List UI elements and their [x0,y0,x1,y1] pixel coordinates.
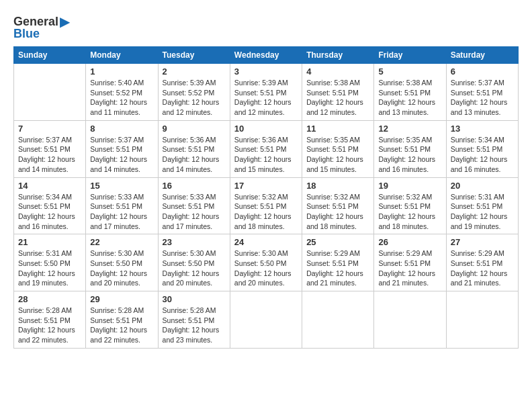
calendar-cell: 25Sunrise: 5:29 AM Sunset: 5:51 PM Dayli… [302,234,374,291]
calendar-cell: 10Sunrise: 5:36 AM Sunset: 5:51 PM Dayli… [230,120,302,177]
day-info: Sunrise: 5:36 AM Sunset: 5:51 PM Dayligh… [163,135,226,175]
calendar-week-row: 14Sunrise: 5:34 AM Sunset: 5:51 PM Dayli… [14,177,519,234]
day-info: Sunrise: 5:30 AM Sunset: 5:50 PM Dayligh… [163,248,226,288]
day-info: Sunrise: 5:34 AM Sunset: 5:51 PM Dayligh… [451,135,514,175]
calendar-week-row: 21Sunrise: 5:31 AM Sunset: 5:50 PM Dayli… [14,234,519,291]
calendar-cell [374,291,446,349]
weekday-header: Monday [86,47,158,64]
calendar-cell: 24Sunrise: 5:30 AM Sunset: 5:50 PM Dayli… [230,234,302,291]
day-info: Sunrise: 5:36 AM Sunset: 5:51 PM Dayligh… [234,135,298,175]
day-info: Sunrise: 5:31 AM Sunset: 5:50 PM Dayligh… [18,248,81,288]
calendar-week-row: 7Sunrise: 5:37 AM Sunset: 5:51 PM Daylig… [14,120,519,177]
day-number: 30 [163,294,226,304]
day-number: 2 [163,66,226,77]
calendar-cell: 16Sunrise: 5:33 AM Sunset: 5:51 PM Dayli… [158,177,230,234]
day-number: 17 [234,181,298,191]
calendar-cell: 17Sunrise: 5:32 AM Sunset: 5:51 PM Dayli… [230,177,302,234]
day-number: 23 [163,237,226,247]
weekday-header: Tuesday [158,47,230,64]
calendar-cell: 21Sunrise: 5:31 AM Sunset: 5:50 PM Dayli… [14,234,86,291]
logo: General ▶ Blue [13,13,70,41]
calendar-header-row: SundayMondayTuesdayWednesdayThursdayFrid… [14,47,519,64]
day-number: 21 [18,237,81,247]
day-number: 1 [90,66,153,77]
day-info: Sunrise: 5:32 AM Sunset: 5:51 PM Dayligh… [306,192,369,232]
day-number: 3 [234,66,298,77]
calendar-cell: 5Sunrise: 5:38 AM Sunset: 5:51 PM Daylig… [374,64,446,121]
day-number: 24 [234,237,298,247]
day-number: 5 [378,66,441,77]
day-info: Sunrise: 5:30 AM Sunset: 5:50 PM Dayligh… [234,248,298,288]
day-number: 27 [451,237,514,247]
logo-blue: Blue [13,27,40,41]
calendar-week-row: 1Sunrise: 5:40 AM Sunset: 5:52 PM Daylig… [14,64,519,121]
logo-bird-icon: ▶ [60,13,70,30]
day-info: Sunrise: 5:37 AM Sunset: 5:51 PM Dayligh… [18,135,81,175]
day-info: Sunrise: 5:39 AM Sunset: 5:51 PM Dayligh… [234,78,298,118]
calendar-cell: 18Sunrise: 5:32 AM Sunset: 5:51 PM Dayli… [302,177,374,234]
day-info: Sunrise: 5:29 AM Sunset: 5:51 PM Dayligh… [306,248,369,288]
day-number: 10 [234,124,298,134]
day-info: Sunrise: 5:34 AM Sunset: 5:51 PM Dayligh… [18,192,81,232]
calendar-cell: 11Sunrise: 5:35 AM Sunset: 5:51 PM Dayli… [302,120,374,177]
calendar-cell: 20Sunrise: 5:31 AM Sunset: 5:51 PM Dayli… [446,177,518,234]
day-info: Sunrise: 5:31 AM Sunset: 5:51 PM Dayligh… [451,192,514,232]
day-number: 29 [90,294,153,304]
calendar-cell: 30Sunrise: 5:28 AM Sunset: 5:51 PM Dayli… [158,291,230,349]
calendar-cell [14,64,86,121]
day-info: Sunrise: 5:35 AM Sunset: 5:51 PM Dayligh… [306,135,369,175]
day-info: Sunrise: 5:28 AM Sunset: 5:51 PM Dayligh… [163,306,226,345]
day-info: Sunrise: 5:37 AM Sunset: 5:51 PM Dayligh… [90,135,153,175]
calendar-cell: 4Sunrise: 5:38 AM Sunset: 5:51 PM Daylig… [302,64,374,121]
day-number: 8 [90,124,153,134]
calendar-cell: 3Sunrise: 5:39 AM Sunset: 5:51 PM Daylig… [230,64,302,121]
day-info: Sunrise: 5:28 AM Sunset: 5:51 PM Dayligh… [18,306,81,345]
day-number: 26 [378,237,441,247]
calendar-week-row: 28Sunrise: 5:28 AM Sunset: 5:51 PM Dayli… [14,291,519,349]
calendar-cell: 26Sunrise: 5:29 AM Sunset: 5:51 PM Dayli… [374,234,446,291]
calendar: SundayMondayTuesdayWednesdayThursdayFrid… [13,46,519,349]
weekday-header: Sunday [14,47,86,64]
day-info: Sunrise: 5:32 AM Sunset: 5:51 PM Dayligh… [234,192,298,232]
day-number: 15 [90,181,153,191]
day-info: Sunrise: 5:32 AM Sunset: 5:51 PM Dayligh… [378,192,441,232]
calendar-cell: 1Sunrise: 5:40 AM Sunset: 5:52 PM Daylig… [86,64,158,121]
day-info: Sunrise: 5:33 AM Sunset: 5:51 PM Dayligh… [90,192,153,232]
day-number: 18 [306,181,369,191]
calendar-cell: 22Sunrise: 5:30 AM Sunset: 5:50 PM Dayli… [86,234,158,291]
calendar-cell [302,291,374,349]
calendar-cell: 13Sunrise: 5:34 AM Sunset: 5:51 PM Dayli… [446,120,518,177]
day-number: 9 [163,124,226,134]
day-info: Sunrise: 5:37 AM Sunset: 5:51 PM Dayligh… [451,78,514,118]
day-info: Sunrise: 5:40 AM Sunset: 5:52 PM Dayligh… [90,78,153,118]
day-number: 6 [451,66,514,77]
day-info: Sunrise: 5:38 AM Sunset: 5:51 PM Dayligh… [378,78,441,118]
day-number: 20 [451,181,514,191]
day-number: 22 [90,237,153,247]
day-number: 13 [451,124,514,134]
calendar-cell: 7Sunrise: 5:37 AM Sunset: 5:51 PM Daylig… [14,120,86,177]
day-info: Sunrise: 5:39 AM Sunset: 5:52 PM Dayligh… [163,78,226,118]
day-info: Sunrise: 5:29 AM Sunset: 5:51 PM Dayligh… [451,248,514,288]
day-number: 14 [18,181,81,191]
day-number: 12 [378,124,441,134]
calendar-cell: 23Sunrise: 5:30 AM Sunset: 5:50 PM Dayli… [158,234,230,291]
calendar-cell: 14Sunrise: 5:34 AM Sunset: 5:51 PM Dayli… [14,177,86,234]
calendar-cell: 19Sunrise: 5:32 AM Sunset: 5:51 PM Dayli… [374,177,446,234]
day-number: 11 [306,124,369,134]
day-info: Sunrise: 5:33 AM Sunset: 5:51 PM Dayligh… [163,192,226,232]
calendar-cell: 8Sunrise: 5:37 AM Sunset: 5:51 PM Daylig… [86,120,158,177]
weekday-header: Thursday [302,47,374,64]
day-number: 16 [163,181,226,191]
calendar-cell [230,291,302,349]
calendar-cell: 15Sunrise: 5:33 AM Sunset: 5:51 PM Dayli… [86,177,158,234]
day-info: Sunrise: 5:35 AM Sunset: 5:51 PM Dayligh… [378,135,441,175]
calendar-cell: 28Sunrise: 5:28 AM Sunset: 5:51 PM Dayli… [14,291,86,349]
calendar-cell: 2Sunrise: 5:39 AM Sunset: 5:52 PM Daylig… [158,64,230,121]
day-number: 7 [18,124,81,134]
weekday-header: Friday [374,47,446,64]
day-number: 25 [306,237,369,247]
weekday-header: Saturday [446,47,518,64]
calendar-cell: 9Sunrise: 5:36 AM Sunset: 5:51 PM Daylig… [158,120,230,177]
header: General ▶ Blue [13,13,519,41]
